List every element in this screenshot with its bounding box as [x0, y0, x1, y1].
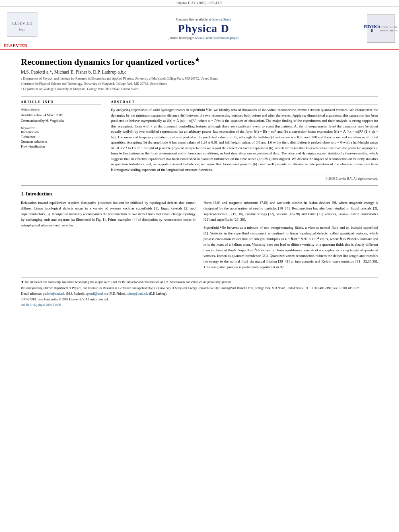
article-title-text: Reconnection dynamics for quantized vort…: [21, 57, 195, 67]
email-fisher-name: (M.E. Fisher),: [109, 292, 126, 296]
journal-header-center: Contents lists available at ScienceDirec…: [40, 17, 367, 40]
info-abstract-section: ARTICLE INFO Article history: Available …: [21, 97, 378, 181]
authors-text: M.S. Paoletti a,*, Michael E. Fisher b, …: [21, 70, 126, 74]
affiliation-b: b Institute for Physical Science and Tec…: [21, 82, 378, 86]
sciencedirect-link[interactable]: ScienceDirect: [212, 17, 231, 21]
keyword-quantum-turbulence: Quantum turbulence: [21, 140, 101, 144]
intro-para1: Relaxation toward equilibrium requires d…: [21, 200, 195, 228]
svg-text:ELSEVIER: ELSEVIER: [12, 21, 32, 25]
section1-number: 1.: [21, 191, 25, 197]
contents-line: Contents lists available at ScienceDirec…: [40, 17, 367, 21]
homepage-line: journal homepage: www.elsevier.com/locat…: [40, 36, 367, 40]
abstract-heading: ABSTRACT: [111, 100, 378, 105]
email-lathrop-name: (D.P. Lathrop).: [149, 292, 167, 296]
intro-text-col2: flares [5,6] and magnetic substorms [7,8…: [204, 200, 378, 270]
journal-header: ELSEVIER logo ELSEVIER Contents lists av…: [0, 7, 399, 50]
section1-title-text: Introduction: [26, 191, 52, 197]
section1-title: 1. Introduction: [21, 191, 378, 197]
email-paoletti-name: (M.S. Paoletti),: [66, 292, 84, 296]
keyword-turbulence: Turbulence: [21, 135, 101, 140]
doi-line: doi:10.1016/j.physd.2009.03.006: [21, 303, 378, 307]
physica-thumbnail: PHYSICA D NONLINEARPHENOMENA: [367, 14, 395, 43]
journal-number-text: Physica D 239 (2010) 1367–1377: [177, 1, 223, 5]
journal-title: Physica D: [40, 22, 367, 35]
history-label: Article history:: [21, 107, 101, 112]
intro-col-left: Relaxation toward equilibrium requires d…: [21, 200, 195, 272]
communicated-by: Communicated by M. Vergässola: [21, 119, 101, 123]
journal-number-line: Physica D 239 (2010) 1367–1377: [0, 0, 399, 7]
article-info-column: ARTICLE INFO Article history: Available …: [21, 100, 101, 181]
affiliations: a Department of Physics, and Institute f…: [21, 76, 378, 92]
intro-col-right: flares [5,6] and magnetic substorms [7,8…: [204, 200, 378, 272]
star-footnote: ★ The authors of this manuscript would n…: [21, 280, 378, 284]
main-content: Reconnection dynamics for quantized vort…: [0, 50, 399, 315]
footnotes-section: ★ The authors of this manuscript would n…: [21, 277, 378, 307]
elsevier-logo: ELSEVIER logo ELSEVIER: [4, 9, 40, 48]
doi-link[interactable]: doi:10.1016/j.physd.2009.03.006: [21, 303, 61, 307]
elsevier-brand-text: ELSEVIER: [4, 43, 28, 48]
keyword-reconnection: Reconnection: [21, 130, 101, 135]
title-star: ★: [195, 57, 200, 63]
corresponding-footnote-text: Corresponding address: Department of Phy…: [25, 286, 360, 290]
elsevier-tree-icon: ELSEVIER logo: [4, 9, 40, 43]
body-content: 1. Introduction Relaxation toward equili…: [21, 185, 378, 272]
corresponding-footnote: ✉ Corresponding address: Department of P…: [21, 286, 378, 290]
issn-line: 0167-2789/$ – see front matter © 2009 El…: [21, 297, 378, 302]
keywords-label: Keywords:: [21, 126, 101, 130]
article-title: Reconnection dynamics for quantized vort…: [21, 57, 378, 68]
article-info-heading: ARTICLE INFO: [21, 100, 101, 105]
email-fisher-link[interactable]: xpectrll@umd.edu: [85, 292, 108, 296]
homepage-label: journal homepage:: [169, 36, 194, 40]
homepage-link[interactable]: www.elsevier.com/locate/physd: [195, 36, 239, 40]
svg-text:logo: logo: [19, 27, 26, 31]
affiliation-c: c Department of Geology, University of M…: [21, 87, 378, 92]
copyright-line: © 2009 Elsevier B.V. All rights reserved…: [111, 175, 378, 181]
introduction-two-col: Relaxation toward equilibrium requires d…: [21, 200, 378, 272]
abstract-text: By analyzing trajectories of solid hydro…: [111, 107, 378, 173]
affiliation-a: a Department of Physics, and Institute f…: [21, 76, 378, 81]
keyword-flow-visualization: Flow visualization: [21, 144, 101, 149]
abstract-column: ABSTRACT By analyzing trajectories of so…: [111, 100, 378, 181]
email-paoletti-link[interactable]: paoletti@umd.edu: [43, 292, 65, 296]
intro-text-col1: Relaxation toward equilibrium requires d…: [21, 200, 195, 228]
star-footnote-text: The authors of this manuscript would not…: [25, 280, 232, 284]
email-footnote: E-mail addresses: paoletti@umd.edu (M.S.…: [21, 292, 378, 296]
contents-label: Contents lists available at: [176, 17, 211, 21]
intro-para3: Superfluid ⁴He behaves as a mixture of t…: [204, 225, 378, 270]
keywords-section: Keywords: Reconnection Turbulence Quantu…: [21, 126, 101, 149]
email-label: E-mail addresses:: [21, 292, 42, 296]
abstract-paragraph: By analyzing trajectories of solid hydro…: [111, 107, 378, 173]
email-lathrop-link[interactable]: lathrop@umd.edu: [127, 292, 148, 296]
intro-para2: flares [5,6] and magnetic substorms [7,8…: [204, 200, 378, 223]
authors-line: M.S. Paoletti a,*, Michael E. Fisher b, …: [21, 70, 378, 74]
available-online: Available online 24 March 2009: [21, 113, 101, 117]
